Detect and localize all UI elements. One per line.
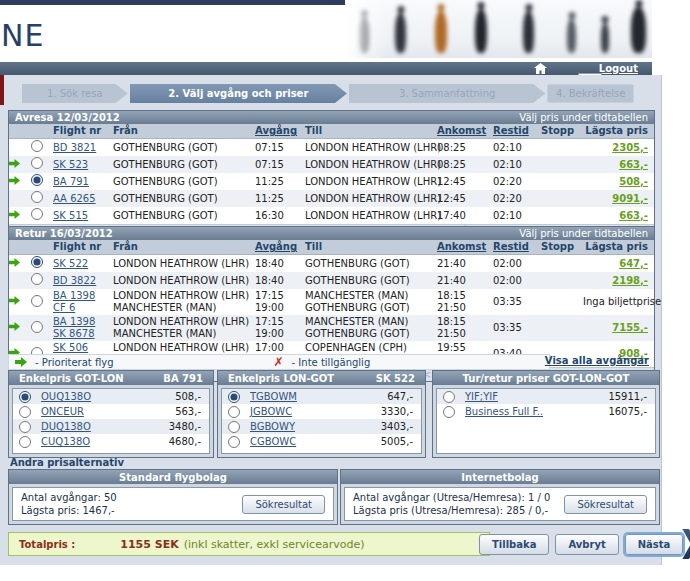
fare-code-link[interactable]: TGBOWM [250, 391, 297, 402]
flight-number-cell: SK 522 [53, 258, 113, 270]
col-departure[interactable]: Avgång [255, 125, 305, 137]
fare-code-link[interactable]: CGBOWC [250, 436, 296, 447]
fare-code-link[interactable]: CUQ138O [41, 436, 90, 447]
flight-link[interactable]: SK 522 [53, 258, 113, 270]
flight-link[interactable]: BA 791 [53, 176, 113, 188]
nsta-button[interactable]: Nästa [625, 534, 684, 555]
flight-link[interactable]: CF 6 [53, 302, 113, 314]
fare-option-row: JGBOWC3330,- [222, 404, 421, 419]
flight-link[interactable]: BA 1398 [53, 316, 113, 328]
flight-link[interactable]: SK 506 [53, 342, 113, 354]
radio-cell [27, 273, 53, 288]
col-flight: Flight nr [53, 241, 113, 253]
from-cell: GOTHENBURG (GOT) [113, 210, 255, 222]
flight-link[interactable]: BD 3822 [53, 275, 113, 287]
flight-number-cell: SK 515 [53, 210, 113, 222]
fare-option-radio[interactable] [443, 406, 455, 418]
step-4[interactable]: 4. Bekräftelse [547, 84, 634, 103]
no-price-text: Inga biljettprise [583, 296, 661, 308]
fare-option-radio[interactable] [443, 391, 455, 403]
fare-option-radio[interactable] [19, 391, 31, 403]
price-link[interactable]: 663,- [583, 210, 654, 222]
search-results-button[interactable]: Sökresultat [564, 495, 647, 514]
fare-option-radio[interactable] [19, 406, 31, 418]
price-link[interactable]: 2305,- [583, 142, 654, 154]
price-cell: 508,- [583, 176, 654, 188]
flight-link[interactable]: BD 3821 [53, 142, 113, 154]
fare-price: 4680,- [169, 436, 201, 447]
fare-option-row: Business Full F..16075,- [437, 404, 655, 419]
to-cell: LONDON HEATHROW (LHR) [305, 176, 437, 188]
fare-option-row: YIF;YIF15911,- [437, 389, 655, 404]
select-flight-radio[interactable] [31, 295, 43, 307]
step-1[interactable]: 1. Sök resa [22, 84, 128, 103]
home-icon[interactable] [534, 63, 547, 74]
fare-code-link[interactable]: DUQ138O [41, 421, 91, 432]
step-label: 3. Sammanfattning [399, 88, 495, 99]
flight-number-cell: BD 3821 [53, 142, 113, 154]
show-all-departures-link[interactable]: Visa alla avgångar [545, 355, 649, 366]
fare-option-radio[interactable] [228, 391, 240, 403]
avbryt-button[interactable]: Avbryt [555, 534, 618, 555]
select-flight-radio[interactable] [31, 140, 43, 152]
fare-code-link[interactable]: YIF;YIF [465, 391, 498, 402]
to-cell: LONDON HEATHROW (LHR) [305, 210, 437, 222]
step-3[interactable]: 3. Sammanfattning [349, 84, 545, 103]
col-arrival[interactable]: Ankomst [437, 125, 493, 137]
price-link[interactable]: 508,- [583, 176, 654, 188]
price-link[interactable]: 647,- [583, 258, 654, 270]
logout-link[interactable]: Logout [599, 63, 638, 74]
from-cell: LONDON HEATHROW (LHR)MANCHESTER (MAN) [113, 316, 255, 340]
fare-box-panel: YIF;YIF15911,-Business Full F..16075,- [436, 388, 656, 454]
price-cell: 647,- [583, 258, 654, 270]
fare-code-link[interactable]: JGBOWC [250, 406, 292, 417]
other-box-line: Antal avgångar: 50 [21, 491, 117, 504]
flight-link[interactable]: SK 515 [53, 210, 113, 222]
select-flight-radio[interactable] [31, 208, 43, 220]
flight-link[interactable]: SK 523 [53, 159, 113, 171]
flight-number-cell: BA 791 [53, 176, 113, 188]
legend-priority-label: - Prioriterat flyg [35, 357, 114, 368]
table-title: Avresa 12/03/2012 [15, 112, 120, 123]
select-flight-radio[interactable] [31, 174, 43, 186]
fare-option-radio[interactable] [19, 421, 31, 433]
fare-option-radio[interactable] [228, 436, 240, 448]
fare-code-link[interactable]: Business Full F.. [465, 406, 543, 417]
duration-cell: 03:35 [493, 322, 541, 334]
price-link[interactable]: 2198,- [583, 275, 654, 287]
flight-link[interactable]: BA 1398 [53, 290, 113, 302]
fare-code-link[interactable]: OUQ138O [41, 391, 91, 402]
col-departure[interactable]: Avgång [255, 241, 305, 253]
total-price-bar: Totalpris : 1155 SEK (inkl skatter, exkl… [8, 532, 490, 556]
photo-figure [567, 19, 576, 53]
select-flight-radio[interactable] [31, 191, 43, 203]
price-link[interactable]: 7155,- [583, 322, 654, 334]
to-cell: MANCHESTER (MAN)GOTHENBURG (GOT) [305, 316, 437, 340]
col-duration[interactable]: Restid [493, 125, 541, 137]
tillbaka-button[interactable]: Tillbaka [479, 534, 549, 555]
price-link[interactable]: 663,- [583, 159, 654, 171]
step-2[interactable]: 2. Välj avgång och priser [130, 84, 347, 103]
departure-cell: 16:30 [255, 210, 305, 222]
fare-code-link[interactable]: ONCEUR [41, 406, 84, 417]
price-link[interactable]: 9091,- [583, 193, 654, 205]
col-duration[interactable]: Restid [493, 241, 541, 253]
fare-option-radio[interactable] [228, 421, 240, 433]
fare-option-radio[interactable] [228, 406, 240, 418]
step-label: 1. Sök resa [47, 88, 103, 99]
duration-cell: 02:10 [493, 159, 541, 171]
priority-arrow-icon [9, 258, 27, 270]
fare-option-radio[interactable] [19, 436, 31, 448]
duration-cell: 03:35 [493, 296, 541, 308]
total-price-value: 1155 SEK [120, 538, 178, 551]
select-flight-radio[interactable] [31, 256, 43, 268]
flight-link[interactable]: AA 6265 [53, 193, 113, 205]
col-arrival[interactable]: Ankomst [437, 241, 493, 253]
search-results-button[interactable]: Sökresultat [242, 495, 325, 514]
flight-link[interactable]: SK 8678 [53, 328, 113, 340]
to-cell: GOTHENBURG (GOT) [305, 258, 437, 270]
select-flight-radio[interactable] [31, 321, 43, 333]
fare-code-link[interactable]: BGBOWY [250, 421, 295, 432]
select-flight-radio[interactable] [31, 157, 43, 169]
select-flight-radio[interactable] [31, 273, 43, 285]
